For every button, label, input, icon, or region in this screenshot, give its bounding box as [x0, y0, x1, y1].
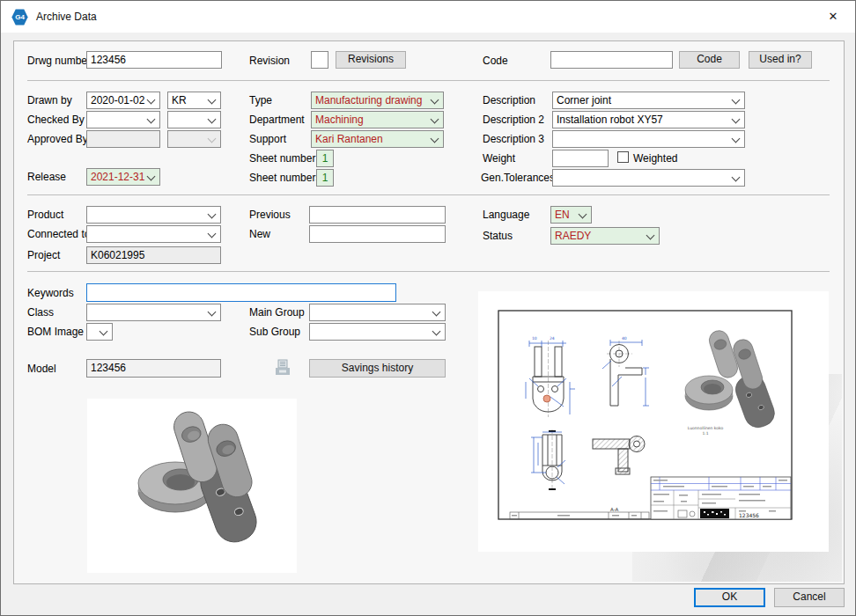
- ok-button[interactable]: OK: [694, 588, 765, 607]
- sheet-number-field[interactable]: 1: [316, 150, 334, 167]
- chevron-down-icon: [579, 210, 587, 219]
- chevron-down-icon: [100, 327, 108, 336]
- description2-combobox[interactable]: Installation robot XY57: [552, 111, 745, 128]
- main-group-label: Main Group: [249, 306, 305, 319]
- department-label: Department: [249, 114, 305, 126]
- model-label: Model: [27, 363, 56, 375]
- keywords-label: Keywords: [27, 287, 74, 299]
- chevron-down-icon: [431, 115, 439, 124]
- chevron-down-icon: [147, 172, 156, 181]
- approved-by-initials-combobox: [167, 130, 221, 148]
- drwg-number-label: Drwg number: [27, 55, 91, 67]
- sheet-numbers-field[interactable]: 1: [316, 169, 334, 187]
- g4-app-icon: G4: [11, 9, 28, 26]
- sub-group-combobox[interactable]: [309, 323, 446, 341]
- release-combobox[interactable]: 2021-12-31: [86, 168, 160, 186]
- chevron-down-icon: [732, 96, 741, 105]
- used-in-button[interactable]: Used in?: [749, 51, 812, 69]
- new-field[interactable]: [309, 225, 446, 243]
- department-combobox[interactable]: Machining: [311, 111, 444, 128]
- cancel-button[interactable]: Cancel: [774, 588, 845, 607]
- chevron-down-icon: [208, 210, 217, 219]
- model-3d-preview: [87, 399, 297, 573]
- description2-label: Description 2: [483, 114, 544, 126]
- class-combobox[interactable]: [86, 304, 221, 321]
- model-field: 123456: [86, 359, 221, 378]
- main-group-combobox[interactable]: [309, 304, 446, 321]
- drawn-by-initials-combobox[interactable]: KR: [167, 92, 221, 109]
- code-button[interactable]: Code: [679, 51, 740, 69]
- drawing-sheet-preview: 10 24 40: [478, 291, 829, 552]
- description3-label: Description 3: [483, 133, 544, 145]
- release-value: 2021-12-31: [91, 171, 144, 183]
- bom-image-combobox[interactable]: [86, 323, 113, 341]
- type-combobox[interactable]: Manufacturing drawing: [311, 92, 444, 109]
- gen-tolerances-label: Gen.Tolerances: [481, 172, 555, 184]
- checked-by-date-combobox[interactable]: [86, 111, 160, 128]
- savings-history-button[interactable]: Savings history: [309, 359, 446, 378]
- release-label: Release: [27, 171, 66, 183]
- drawn-by-label: Drawn by: [27, 94, 72, 106]
- product-combobox[interactable]: [86, 206, 221, 224]
- class-label: Class: [27, 306, 54, 319]
- chevron-down-icon: [147, 96, 156, 105]
- chevron-down-icon: [732, 115, 741, 124]
- archive-data-dialog: G4 Archive Data ✕ Drwg number 123456 Rev…: [0, 0, 856, 616]
- separator: [27, 80, 830, 81]
- title-bar: G4 Archive Data ✕: [1, 1, 855, 33]
- sheet-numbers-label: Sheet numbers: [249, 172, 321, 184]
- support-combobox[interactable]: Kari Rantanen: [311, 130, 444, 148]
- dim-label: 24: [550, 336, 555, 341]
- chevron-down-icon: [432, 327, 441, 336]
- section-label: A-A: [610, 507, 619, 512]
- previous-field[interactable]: [309, 206, 446, 224]
- checked-by-label: Checked By: [27, 114, 85, 126]
- previous-label: Previous: [249, 209, 291, 221]
- new-label: New: [249, 228, 270, 240]
- drawn-by-initials-value: KR: [172, 94, 187, 106]
- language-combobox[interactable]: EN: [550, 206, 592, 224]
- description-combobox[interactable]: Corner joint: [552, 92, 745, 109]
- weight-label: Weight: [483, 152, 515, 165]
- weighted-checkbox-label: Weighted: [633, 152, 677, 165]
- bom-image-label: BOM Image: [27, 326, 84, 338]
- checked-by-initials-combobox[interactable]: [167, 111, 221, 128]
- project-label: Project: [27, 249, 60, 261]
- chevron-down-icon: [431, 96, 439, 105]
- weighted-checkbox[interactable]: [617, 151, 629, 163]
- status-label: Status: [483, 230, 513, 242]
- revisions-button[interactable]: Revisions: [336, 51, 406, 69]
- chevron-down-icon: [208, 308, 217, 317]
- drwg-number-field[interactable]: 123456: [86, 51, 222, 69]
- print-icon: [274, 358, 291, 381]
- close-icon[interactable]: ✕: [820, 6, 846, 27]
- window-title: Archive Data: [36, 11, 97, 23]
- scale-note-line1: Luonnollinen koko: [688, 426, 724, 430]
- code-field[interactable]: [550, 51, 673, 69]
- type-label: Type: [249, 94, 272, 106]
- chevron-down-icon: [431, 135, 439, 143]
- connected-to-combobox[interactable]: [86, 225, 221, 243]
- product-label: Product: [27, 209, 63, 221]
- description3-combobox[interactable]: [552, 130, 745, 148]
- revision-field[interactable]: [311, 51, 328, 69]
- separator: [27, 271, 830, 272]
- chevron-down-icon: [208, 230, 217, 238]
- description-label: Description: [483, 94, 535, 106]
- titleblock-drawing-number: 123456: [739, 512, 759, 518]
- chevron-down-icon: [208, 96, 217, 105]
- keywords-input[interactable]: [86, 283, 396, 302]
- language-label: Language: [483, 209, 529, 221]
- chevron-down-icon: [646, 231, 655, 240]
- weight-field[interactable]: [552, 150, 609, 167]
- approved-by-date-field: [86, 130, 160, 148]
- status-combobox[interactable]: RAEDY: [550, 227, 660, 245]
- drawn-by-date-combobox[interactable]: 2020-01-02: [86, 92, 160, 109]
- manufacturing-drawing-image: 10 24 40: [478, 291, 829, 552]
- sub-group-label: Sub Group: [249, 326, 300, 338]
- project-field: K06021995: [86, 246, 221, 264]
- gen-tolerances-combobox[interactable]: [552, 169, 745, 187]
- chevron-down-icon: [432, 308, 441, 317]
- corner-joint-3d-image: [87, 399, 297, 573]
- revision-label: Revision: [249, 55, 290, 67]
